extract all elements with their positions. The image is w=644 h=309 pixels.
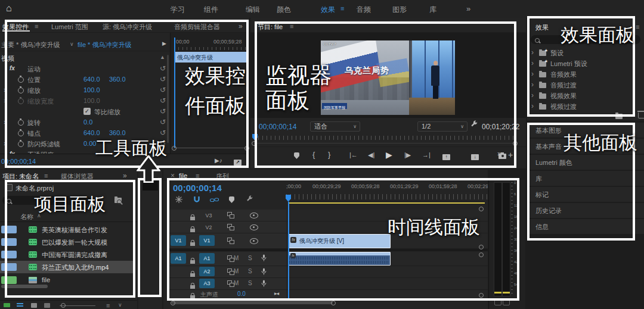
sync-lock-icon[interactable] xyxy=(227,238,234,244)
panel-overflow-icon[interactable]: » xyxy=(123,171,127,180)
project-hscrollbar[interactable] xyxy=(1,285,48,288)
item-name[interactable]: 美英澳核潜艇合作引发 xyxy=(42,226,107,235)
panel-menu-icon[interactable]: ≡ xyxy=(44,172,48,179)
track-target-a1[interactable]: A1 xyxy=(199,253,215,264)
playhead-timecode[interactable]: 00;00;00;14 xyxy=(1,158,36,165)
lane-hscrollbar[interactable] xyxy=(174,148,247,148)
effects-folder-presets[interactable]: › ★ 预设 xyxy=(527,48,644,58)
add-button-icon[interactable]: + xyxy=(508,150,513,160)
monitor-seek-ruler[interactable] xyxy=(254,136,516,140)
project-file-name[interactable]: 未命名.prproj xyxy=(16,184,54,193)
panel-menu-icon[interactable]: ≡ xyxy=(636,23,639,30)
expand-icon[interactable]: › xyxy=(4,86,6,94)
label-chip[interactable] xyxy=(1,263,17,271)
section-video-row[interactable]: 视频 ▲ xyxy=(0,53,170,64)
transport-overflow-icon[interactable]: » xyxy=(497,149,501,158)
effects-folder-video-transitions[interactable]: › 视频过渡 xyxy=(527,101,644,111)
row-rotation[interactable]: › 旋转 0.0 ↺ xyxy=(0,117,170,128)
expand-icon[interactable]: › xyxy=(531,59,534,67)
project-item-row[interactable]: 巴以爆发新一轮大规模 xyxy=(0,236,135,248)
solo-button[interactable]: S xyxy=(248,280,252,286)
label-chip[interactable] xyxy=(1,251,17,258)
sync-lock-icon[interactable] xyxy=(227,269,234,274)
source-patch-a1[interactable]: A1 xyxy=(171,253,186,264)
lock-icon[interactable] xyxy=(190,217,195,220)
chevron-down-icon[interactable]: ∨ xyxy=(70,41,74,47)
value-x[interactable]: 640.0 xyxy=(83,76,100,83)
seek-handle-left[interactable] xyxy=(252,141,256,146)
solo-left-button[interactable] xyxy=(494,298,501,305)
footer-chevron-icon[interactable]: ∨ xyxy=(118,302,122,308)
label-chip[interactable] xyxy=(1,238,17,246)
workspace-tab-editing[interactable]: 编辑 xyxy=(246,5,260,15)
video-clip[interactable]: fx 俄乌冲突升级 [V] xyxy=(288,234,391,248)
timeline-timecode[interactable]: 00;00;00;14 xyxy=(173,183,222,193)
row-position[interactable]: 位置 640.0 360.0 ↺ xyxy=(0,74,170,85)
hscroll-handle-left[interactable] xyxy=(171,301,175,305)
scroll-handle-left[interactable] xyxy=(172,146,177,151)
workspace-tab-effects[interactable]: 效果 xyxy=(321,5,335,15)
reset-icon[interactable]: ↺ xyxy=(160,64,166,73)
value-y[interactable]: 360.0 xyxy=(109,76,126,83)
play-button-icon[interactable]: ▶ xyxy=(386,150,392,160)
track-v2-header[interactable]: V2 xyxy=(168,221,286,233)
sort-icon[interactable]: ≡ xyxy=(106,302,110,309)
collapse-icon[interactable]: ▲ xyxy=(160,54,165,60)
tab-effects[interactable]: 效果 xyxy=(535,23,549,32)
workspace-overflow-icon[interactable]: » xyxy=(466,4,470,13)
reset-icon[interactable]: ↺ xyxy=(160,86,166,94)
value[interactable]: 0.0 xyxy=(83,118,92,126)
icon-view-icon[interactable] xyxy=(31,303,37,308)
track-a1-header[interactable]: A1 A1 M S xyxy=(168,252,286,266)
timeline-hscrollbar[interactable] xyxy=(172,301,333,304)
next-clip-icon[interactable]: ▶ xyxy=(162,40,166,46)
project-item-row-selected[interactable]: 芬兰正式加入北约.mp4 xyxy=(0,261,135,273)
lane-ruler[interactable] xyxy=(174,47,248,50)
expand-icon[interactable]: › xyxy=(4,118,6,126)
insert-nest-icon[interactable] xyxy=(175,196,182,204)
effects-folder-audio-transitions[interactable]: › 音频过渡 xyxy=(527,80,644,90)
play-audio-icon[interactable]: ▶♪ xyxy=(215,157,222,164)
hscroll-handle-right[interactable] xyxy=(331,301,336,305)
reset-icon[interactable]: ↺ xyxy=(160,96,166,105)
snap-magnet-icon[interactable] xyxy=(193,196,200,204)
item-name[interactable]: file xyxy=(42,276,50,283)
panel-menu-icon[interactable]: ≡ xyxy=(196,172,199,179)
media-browser-search-icon[interactable] xyxy=(114,198,122,203)
panel-tab-markers[interactable]: 标记 xyxy=(527,187,644,202)
step-forward-icon[interactable]: |▶ xyxy=(404,151,411,159)
stopwatch-icon[interactable] xyxy=(18,130,24,136)
row-motion[interactable]: fx 运动 ↺ xyxy=(0,64,170,74)
item-name[interactable]: 巴以爆发新一轮大规模 xyxy=(42,238,107,247)
panel-tab-libraries[interactable]: 库 xyxy=(527,171,644,186)
lock-icon[interactable] xyxy=(190,285,195,289)
mic-icon[interactable] xyxy=(261,268,267,276)
sync-lock-icon[interactable] xyxy=(227,224,234,230)
freeform-view-icon[interactable] xyxy=(44,303,50,308)
track-a3-header[interactable]: A3 M S xyxy=(168,278,286,290)
solo-right-button[interactable] xyxy=(503,298,510,305)
rows-vertical-scrollbar[interactable] xyxy=(167,55,169,143)
project-item-row[interactable]: 中国海军圆满完成撤离 xyxy=(0,248,135,261)
timeline-playhead-line[interactable] xyxy=(288,202,289,299)
tab-source-monitor[interactable]: 源: 俄乌冲突升级 xyxy=(103,23,152,32)
lock-icon[interactable] xyxy=(190,229,195,232)
zoom-slider-knob[interactable] xyxy=(61,303,66,308)
lane-playhead-line[interactable] xyxy=(174,38,175,148)
effects-folder-video-effects[interactable]: › 视频效果 xyxy=(527,90,644,101)
mute-button[interactable]: M xyxy=(234,268,239,274)
monitor-timecode[interactable]: 00;00;00;14 xyxy=(259,123,296,131)
expand-icon[interactable]: › xyxy=(531,48,534,57)
workspace-tab-learning[interactable]: 学习 xyxy=(171,5,185,15)
item-name[interactable]: 芬兰正式加入北约.mp4 xyxy=(42,263,109,272)
item-name[interactable]: 中国海军圆满完成撤离 xyxy=(42,251,107,260)
timeline-vscroll-handle[interactable] xyxy=(479,245,484,249)
fit-track-icon[interactable]: ▶◀ xyxy=(274,291,278,295)
tab-audio-clip-mixer[interactable]: 音频剪辑混合器 xyxy=(174,23,220,32)
home-icon[interactable]: ⌂ xyxy=(6,3,12,14)
delete-icon[interactable] xyxy=(638,113,644,118)
work-area-bar[interactable] xyxy=(288,202,485,204)
track-target-a2[interactable]: A2 xyxy=(199,267,215,276)
playback-resolution-select[interactable]: 1/2 ∨ xyxy=(417,121,467,132)
mark-out-icon[interactable]: } xyxy=(328,150,330,159)
